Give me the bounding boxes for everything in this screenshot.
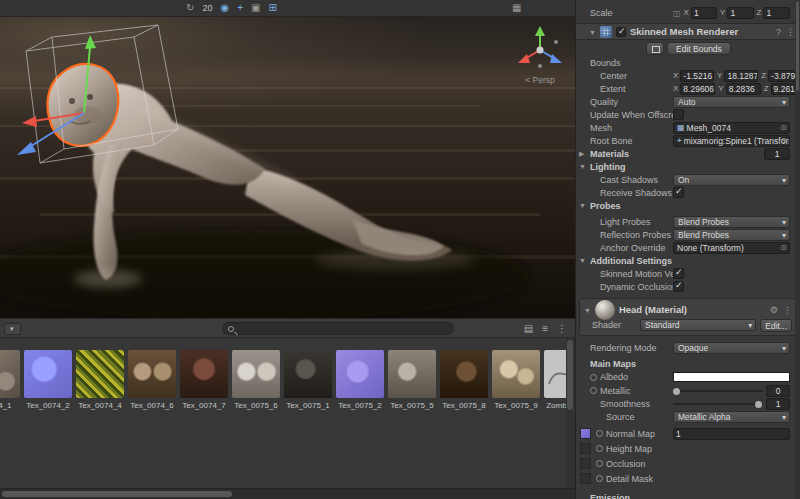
component-enabled-checkbox[interactable] <box>616 27 626 37</box>
component-menu-icon[interactable] <box>786 27 795 37</box>
dynamic-occlusion-checkbox[interactable] <box>673 281 684 292</box>
inspector-scrollbar[interactable] <box>795 0 800 499</box>
normal-map-thumbnail[interactable] <box>580 428 591 439</box>
asset-item[interactable]: Tex_0075_9 <box>492 350 540 410</box>
search-box[interactable] <box>222 322 454 335</box>
asset-item[interactable]: Tex_0075_6 <box>232 350 280 410</box>
scale-y-field[interactable]: 1 <box>727 7 753 19</box>
asset-thumbnail[interactable] <box>492 350 540 398</box>
asset-thumbnail[interactable] <box>24 350 72 398</box>
asset-thumbnail[interactable] <box>180 350 228 398</box>
foldout-arrow-icon[interactable] <box>584 305 591 315</box>
asset-thumbnail[interactable] <box>0 350 20 398</box>
scene-view[interactable]: ↻ 20 ◉ + ▣ ⊞ ▦ <box>0 0 575 318</box>
scale-z-field[interactable]: 1 <box>763 7 790 19</box>
cast-shadows-dropdown[interactable]: On <box>673 174 790 186</box>
normal-map-scale-field[interactable]: 1 <box>673 428 790 440</box>
update-when-offscreen-checkbox[interactable] <box>673 109 684 120</box>
scrollbar-handle[interactable] <box>567 340 573 410</box>
anchor-override-object-field[interactable]: None (Transform) <box>673 242 790 254</box>
extent-y-field[interactable]: 8.2836 <box>726 83 761 95</box>
snap-toggle-icon[interactable]: ⊞ <box>268 0 276 16</box>
additional-settings-foldout[interactable]: Additional Settings <box>576 254 800 267</box>
material-menu-icon[interactable] <box>783 305 792 315</box>
height-map-thumbnail[interactable] <box>580 443 591 454</box>
asset-thumbnail[interactable] <box>336 350 384 398</box>
quality-dropdown[interactable]: Auto <box>673 96 790 108</box>
skinned-mesh-renderer-header[interactable]: Skinned Mesh Renderer <box>576 23 800 40</box>
asset-thumbnail[interactable] <box>440 350 488 398</box>
center-y-field[interactable]: 18.1287 <box>724 70 758 82</box>
normal-map-texture-picker[interactable] <box>596 430 603 437</box>
asset-item[interactable]: Tex_0074_6 <box>128 350 176 410</box>
detail-mask-texture-picker[interactable] <box>596 475 603 482</box>
asset-item[interactable]: ..0074_1 <box>0 350 20 410</box>
asset-item[interactable]: Tex_0074_4 <box>76 350 124 410</box>
asset-item[interactable]: Tex_0075_8 <box>440 350 488 410</box>
asset-item[interactable]: Tex_0075_1 <box>284 350 332 410</box>
pan-tool-icon[interactable]: ◉ <box>220 0 229 16</box>
asset-thumbnail[interactable] <box>388 350 436 398</box>
view-gizmo-label[interactable]: < Persp <box>511 75 569 85</box>
pivot-mode-icon[interactable]: ▣ <box>251 0 260 16</box>
receive-shadows-checkbox[interactable] <box>673 187 684 198</box>
smoothness-slider[interactable] <box>673 398 763 410</box>
occlusion-thumbnail[interactable] <box>580 458 591 469</box>
edit-bounds-toggle[interactable] <box>646 42 664 55</box>
occlusion-texture-picker[interactable] <box>596 460 603 467</box>
albedo-color-swatch[interactable] <box>673 372 790 382</box>
extent-x-field[interactable]: 8.29606 <box>680 83 715 95</box>
gizmos-grid-icon[interactable]: ▦ <box>512 0 521 16</box>
albedo-texture-picker[interactable] <box>590 374 597 381</box>
center-x-field[interactable]: -1.5216 <box>680 70 714 82</box>
mesh-object-field[interactable]: Mesh_0074 <box>673 122 790 134</box>
metallic-slider[interactable] <box>673 385 763 397</box>
project-horizontal-scrollbar[interactable] <box>0 488 575 499</box>
materials-foldout[interactable]: Materials 1 <box>576 147 800 160</box>
reflection-probes-dropdown[interactable]: Blend Probes <box>673 229 790 241</box>
list-view-icon[interactable]: ≡ <box>542 322 548 335</box>
probes-foldout[interactable]: Probes <box>576 199 800 212</box>
asset-item[interactable]: Tex_0074_2 <box>24 350 72 410</box>
slider-handle[interactable] <box>755 401 762 408</box>
asset-grid[interactable]: ..0074_1 Tex_0074_2 Tex_0074_4 Tex_0074_… <box>0 338 575 488</box>
scale-x-field[interactable]: 1 <box>691 7 717 19</box>
skinned-motion-vectors-checkbox[interactable] <box>673 268 684 279</box>
edit-bounds-button[interactable]: Edit Bounds <box>667 42 731 55</box>
source-dropdown[interactable]: Metallic Alpha <box>673 411 790 423</box>
materials-size-field[interactable]: 1 <box>764 148 790 160</box>
metallic-texture-picker[interactable] <box>590 387 597 394</box>
asset-thumbnail[interactable] <box>232 350 280 398</box>
height-map-texture-picker[interactable] <box>596 445 603 452</box>
scrollbar-handle[interactable] <box>796 1 799 91</box>
asset-thumbnail[interactable] <box>76 350 124 398</box>
create-menu-button[interactable] <box>4 323 21 335</box>
slider-handle[interactable] <box>673 388 680 395</box>
view-options-icon[interactable]: ▤ <box>524 322 533 335</box>
foldout-arrow-icon[interactable] <box>589 27 596 37</box>
search-input[interactable] <box>238 323 448 334</box>
asset-thumbnail[interactable] <box>128 350 176 398</box>
scene-3d-render[interactable] <box>0 17 575 318</box>
root-bone-object-field[interactable]: mixamorig:Spine1 (Transform) <box>673 135 790 147</box>
rotate-view-icon[interactable]: ↻ <box>186 0 194 16</box>
detail-mask-thumbnail[interactable] <box>580 473 591 484</box>
constrain-proportions-icon[interactable] <box>673 8 681 18</box>
view-orientation-gizmo[interactable]: < Persp <box>511 22 569 85</box>
asset-item[interactable]: Tex_0074_7 <box>180 350 228 410</box>
gear-icon[interactable] <box>770 305 778 315</box>
panel-menu-icon[interactable]: ⋮ <box>557 322 567 335</box>
lighting-foldout[interactable]: Lighting <box>576 160 800 173</box>
smoothness-value-field[interactable]: 1 <box>766 398 790 410</box>
shader-edit-button[interactable]: Edit... <box>760 319 792 332</box>
asset-thumbnail[interactable] <box>284 350 332 398</box>
help-icon[interactable] <box>776 27 781 37</box>
metallic-value-field[interactable]: 0 <box>766 385 790 397</box>
light-probes-dropdown[interactable]: Blend Probes <box>673 216 790 228</box>
shader-dropdown[interactable]: Standard <box>640 319 756 331</box>
rendering-mode-dropdown[interactable]: Opaque <box>673 342 790 354</box>
asset-item[interactable]: Tex_0075_5 <box>388 350 436 410</box>
axis-gizmo-icon[interactable] <box>514 22 566 74</box>
asset-item[interactable]: Tex_0075_2 <box>336 350 384 410</box>
move-tool-icon[interactable]: + <box>237 0 243 16</box>
